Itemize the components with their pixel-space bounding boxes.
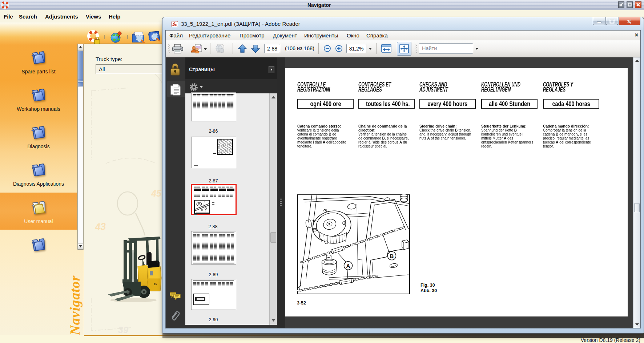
svg-text:39: 39 <box>118 325 128 335</box>
svg-text:A: A <box>346 263 350 269</box>
svg-text:45: 45 <box>151 188 162 198</box>
svg-text:B: B <box>390 253 394 259</box>
svg-text:43: 43 <box>94 221 106 233</box>
svg-text:EK: EK <box>154 283 157 286</box>
